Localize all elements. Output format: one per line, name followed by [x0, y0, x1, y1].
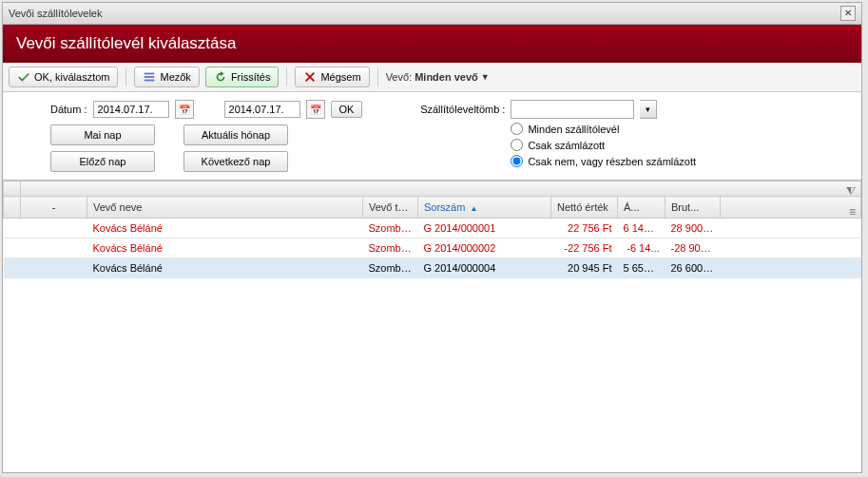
- toolbar-separator: [125, 67, 126, 86]
- toolbar: OK, kiválasztom Mezők Frissítés Mégsem V…: [3, 63, 861, 92]
- cancel-label: Mégsem: [320, 71, 360, 83]
- cancel-button[interactable]: Mégsem: [295, 67, 369, 87]
- cell-net: -22 756 Ft: [551, 238, 618, 258]
- grid-header-top: [4, 181, 861, 197]
- cell-spacer: [721, 219, 861, 238]
- cell-vat: 5 655 Ft: [618, 258, 665, 278]
- window-title: Vevői szállítólevelek: [9, 8, 102, 19]
- sort-asc-icon: ▲: [470, 204, 477, 213]
- row-selector[interactable]: [4, 238, 21, 258]
- col-vat[interactable]: Á...: [618, 197, 665, 219]
- cell-place: Szombat...: [363, 219, 418, 238]
- row-selector[interactable]: [4, 219, 21, 238]
- col-dash[interactable]: -: [21, 197, 87, 219]
- radio-not-invoiced[interactable]: Csak nem, vagy részben számlázott: [400, 155, 696, 167]
- block-row: Szállítóleveltömb : ▾: [400, 100, 696, 119]
- cancel-icon: [303, 70, 317, 84]
- cell-place: Szombat...: [363, 258, 418, 278]
- col-spacer: [721, 197, 861, 219]
- radio-all[interactable]: Minden szállítólevél: [400, 123, 696, 135]
- cell-name: Kovács Béláné: [87, 219, 363, 238]
- chevron-down-icon[interactable]: ▾: [640, 100, 657, 119]
- col-place[interactable]: Vevő tel...: [363, 197, 418, 219]
- header-band: Vevői szállítólevél kiválasztása: [3, 25, 861, 63]
- cell-net: 22 756 Ft: [551, 219, 618, 238]
- date-to-input[interactable]: [224, 101, 300, 118]
- filter-icon[interactable]: ⧨: [846, 184, 856, 198]
- toolbar-separator: [377, 67, 378, 86]
- row-selector[interactable]: [4, 258, 21, 278]
- refresh-icon: [214, 70, 227, 84]
- grid-table: - Vevő neve Vevő tel... Sorszám ▲ Nettó …: [3, 181, 861, 278]
- current-month-button[interactable]: Aktuális hónap: [183, 124, 288, 145]
- table-row[interactable]: Kovács BélánéSzombat...G 2014/000002-22 …: [4, 238, 861, 258]
- grid-header-spacer: [21, 181, 861, 197]
- filter-area: Dátum : 📅 📅 OK Mai nap Aktuális hónap El…: [3, 92, 861, 180]
- cell-vat: 6 144 Ft: [618, 219, 665, 238]
- radio-invoiced[interactable]: Csak számlázott: [400, 139, 696, 151]
- refresh-label: Frissítés: [231, 71, 271, 83]
- col-serial-label: Sorszám: [424, 201, 465, 213]
- toolbar-separator: [286, 67, 287, 86]
- prev-day-button[interactable]: Előző nap: [50, 151, 155, 172]
- date-row: Dátum : 📅 📅 OK: [50, 100, 362, 119]
- grid-wrap: ⧨ ≡ - Vevő neve Vevő tel... Sorszám: [3, 180, 861, 472]
- ok-select-button[interactable]: OK, kiválasztom: [9, 67, 118, 87]
- cell-place: Szombat...: [363, 238, 418, 258]
- cell-gross: 28 900 Ft: [665, 219, 721, 238]
- radio-not-invoiced-label: Csak nem, vagy részben számlázott: [528, 156, 696, 167]
- cell-dash: [21, 238, 87, 258]
- calendar-icon[interactable]: 📅: [306, 100, 325, 119]
- fields-label: Mezők: [160, 71, 190, 83]
- cell-name: Kovács Béláné: [87, 258, 363, 278]
- close-icon[interactable]: ✕: [840, 6, 856, 21]
- date-buttons-row2: Előző nap Következő nap: [50, 151, 362, 172]
- filter-left: Dátum : 📅 📅 OK Mai nap Aktuális hónap El…: [50, 100, 362, 172]
- titlebar: Vevői szállítólevelek ✕: [3, 3, 861, 25]
- calendar-icon[interactable]: 📅: [175, 100, 194, 119]
- customer-filter-dropdown[interactable]: Vevő: Minden vevő ▼: [386, 71, 490, 83]
- cell-gross: 26 600 Ft: [665, 258, 721, 278]
- svg-rect-1: [145, 76, 155, 78]
- grid-body: Kovács BélánéSzombat...G 2014/00000122 7…: [4, 219, 861, 278]
- chevron-down-icon: ▼: [481, 72, 490, 82]
- col-serial[interactable]: Sorszám ▲: [418, 197, 551, 219]
- cell-serial: G 2014/000002: [418, 238, 551, 258]
- date-buttons-row1: Mai nap Aktuális hónap: [50, 124, 362, 145]
- date-ok-button[interactable]: OK: [331, 101, 363, 118]
- col-gross[interactable]: Brut...: [665, 197, 721, 219]
- block-combo[interactable]: [511, 100, 634, 119]
- radio-invoiced-label: Csak számlázott: [528, 140, 605, 151]
- group-icon[interactable]: ≡: [849, 205, 856, 219]
- table-row[interactable]: Kovács BélánéSzombat...G 2014/00000122 7…: [4, 219, 861, 238]
- cell-spacer: [721, 258, 861, 278]
- col-net[interactable]: Nettó érték: [551, 197, 618, 219]
- next-day-button[interactable]: Következő nap: [183, 151, 288, 172]
- radio-all-label: Minden szállítólevél: [528, 124, 619, 135]
- svg-rect-2: [145, 80, 155, 82]
- cell-name: Kovács Béláné: [87, 238, 363, 258]
- list-icon: [143, 70, 156, 84]
- radio-invoiced-input[interactable]: [511, 139, 523, 151]
- row-selector-header[interactable]: [4, 197, 21, 219]
- refresh-button[interactable]: Frissítés: [205, 67, 280, 87]
- row-selector-header[interactable]: [4, 181, 21, 197]
- page-title: Vevői szállítólevél kiválasztása: [16, 34, 237, 52]
- cell-net: 20 945 Ft: [551, 258, 618, 278]
- fields-button[interactable]: Mezők: [134, 67, 199, 87]
- cell-dash: [21, 258, 87, 278]
- radio-not-invoiced-input[interactable]: [511, 155, 523, 167]
- customer-prefix: Vevő:: [386, 71, 413, 83]
- grid-header-row: - Vevő neve Vevő tel... Sorszám ▲ Nettó …: [4, 197, 861, 219]
- cell-gross: -28 900 Ft: [665, 238, 721, 258]
- cell-spacer: [721, 238, 861, 258]
- svg-rect-0: [145, 73, 155, 75]
- table-row[interactable]: Kovács BélánéSzombat...G 2014/00000420 9…: [4, 258, 861, 278]
- filter-right: Szállítóleveltömb : ▾ Minden szállítólev…: [400, 100, 696, 172]
- col-name[interactable]: Vevő neve: [87, 197, 363, 219]
- radio-all-input[interactable]: [511, 123, 523, 135]
- today-button[interactable]: Mai nap: [50, 124, 155, 145]
- cell-dash: [21, 219, 87, 238]
- date-from-input[interactable]: [93, 101, 169, 118]
- check-icon: [17, 70, 30, 84]
